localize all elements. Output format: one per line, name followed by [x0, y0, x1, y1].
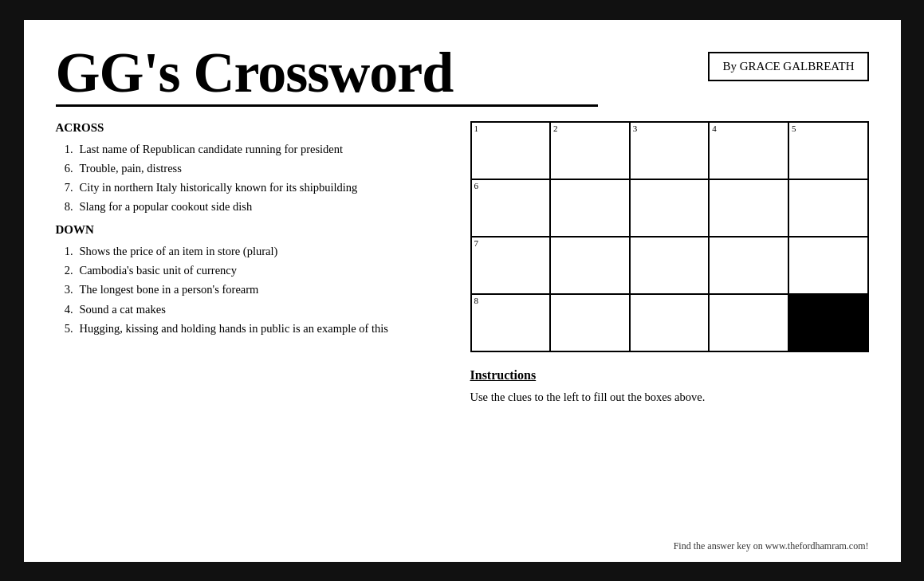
down-clue-list: 1. Shows the price of an item in store (…: [56, 243, 438, 336]
grid-row: 8: [471, 294, 868, 351]
across-heading: ACROSS: [56, 121, 438, 135]
grid-row: 7: [471, 237, 868, 294]
clue-text: Shows the price of an item in store (plu…: [80, 243, 438, 259]
list-item: 6. Trouble, pain, distress: [56, 160, 438, 176]
list-item: 5. Hugging, kissing and holding hands in…: [56, 320, 438, 336]
list-item: 8. Slang for a popular cookout side dish: [56, 198, 438, 214]
grid-cell[interactable]: [550, 179, 630, 237]
grid-cell[interactable]: [709, 294, 788, 351]
header: GG's Crossword By GRACE GALBREATH: [56, 44, 869, 107]
grid-cell[interactable]: 2: [550, 122, 630, 179]
clue-number: 1.: [56, 243, 80, 259]
grid-cell[interactable]: [630, 294, 710, 351]
clue-text: Trouble, pain, distress: [80, 160, 438, 176]
title-underline: [56, 104, 598, 107]
down-heading: DOWN: [56, 223, 438, 237]
grid-cell[interactable]: [630, 237, 710, 294]
grid-row: 6: [471, 179, 868, 237]
list-item: 1. Last name of Republican candidate run…: [56, 141, 438, 157]
grid-cell[interactable]: [788, 179, 868, 237]
crossword-grid[interactable]: 1 2 3 4 5 6: [470, 121, 869, 352]
list-item: 1. Shows the price of an item in store (…: [56, 243, 438, 259]
clue-number: 8.: [56, 198, 80, 214]
content-area: ACROSS 1. Last name of Republican candid…: [56, 121, 869, 546]
clue-text: Last name of Republican candidate runnin…: [80, 141, 438, 157]
grid-cell[interactable]: 8: [471, 294, 551, 351]
grid-cell[interactable]: 7: [471, 237, 551, 294]
grid-cell[interactable]: 4: [709, 122, 788, 179]
clue-number: 1.: [56, 141, 80, 157]
clue-text: Sound a cat makes: [80, 301, 438, 317]
clue-text: City in northern Italy historically know…: [80, 179, 438, 195]
instructions-section: Instructions Use the clues to the left t…: [470, 368, 869, 405]
clue-number: 2.: [56, 262, 80, 278]
footer-text: Find the answer key on www.thefordhamram…: [674, 540, 869, 552]
clues-section: ACROSS 1. Last name of Republican candid…: [56, 121, 438, 546]
instructions-text: Use the clues to the left to fill out th…: [470, 389, 869, 405]
grid-cell[interactable]: [709, 179, 788, 237]
list-item: 2. Cambodia's basic unit of currency: [56, 262, 438, 278]
right-section: 1 2 3 4 5 6: [470, 121, 869, 546]
grid-cell[interactable]: [709, 237, 788, 294]
grid-cell[interactable]: 6: [471, 179, 551, 237]
clue-text: Cambodia's basic unit of currency: [80, 262, 438, 278]
grid-cell[interactable]: 5: [788, 122, 868, 179]
title-block: GG's Crossword: [56, 44, 598, 107]
grid-row: 1 2 3 4 5: [471, 122, 868, 179]
grid-cell[interactable]: [788, 237, 868, 294]
page: GG's Crossword By GRACE GALBREATH ACROSS…: [24, 20, 901, 562]
clue-number: 5.: [56, 320, 80, 336]
clue-text: The longest bone in a person's forearm: [80, 281, 438, 297]
grid-cell[interactable]: [630, 179, 710, 237]
grid-cell[interactable]: 3: [630, 122, 710, 179]
instructions-title: Instructions: [470, 368, 869, 383]
clue-number: 4.: [56, 301, 80, 317]
grid-container: 1 2 3 4 5 6: [470, 121, 869, 352]
across-clue-list: 1. Last name of Republican candidate run…: [56, 141, 438, 215]
grid-cell[interactable]: [550, 237, 630, 294]
clue-text: Slang for a popular cookout side dish: [80, 198, 438, 214]
list-item: 4. Sound a cat makes: [56, 301, 438, 317]
clue-number: 3.: [56, 281, 80, 297]
clue-text: Hugging, kissing and holding hands in pu…: [80, 320, 438, 336]
grid-cell[interactable]: [550, 294, 630, 351]
page-title: GG's Crossword: [56, 44, 598, 101]
byline-box: By GRACE GALBREATH: [708, 52, 868, 81]
grid-cell[interactable]: 1: [471, 122, 551, 179]
list-item: 3. The longest bone in a person's forear…: [56, 281, 438, 297]
clue-number: 6.: [56, 160, 80, 176]
clue-number: 7.: [56, 179, 80, 195]
list-item: 7. City in northern Italy historically k…: [56, 179, 438, 195]
grid-cell-black: [788, 294, 868, 351]
